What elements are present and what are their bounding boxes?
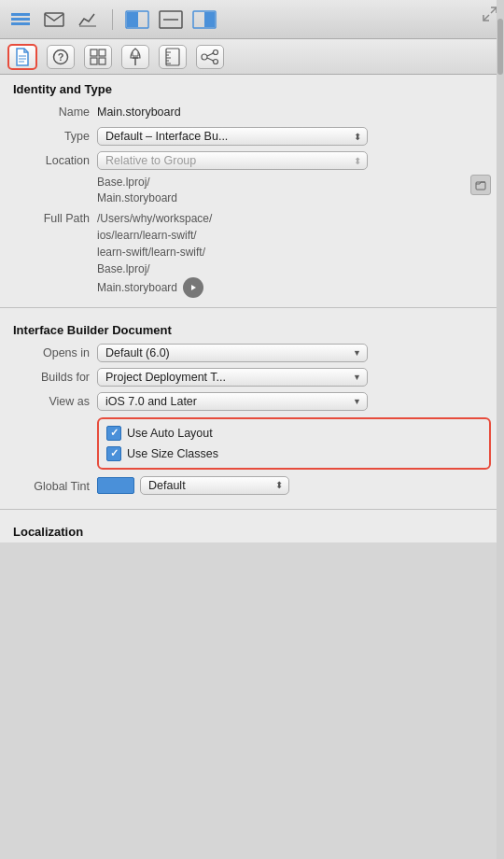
location-dropdown-value: Relative to Group bbox=[105, 154, 196, 167]
section-divider-2 bbox=[0, 509, 504, 510]
ibd-section-header: Interface Builder Document bbox=[0, 316, 504, 341]
view-as-dropdown[interactable]: iOS 7.0 and Later bbox=[97, 392, 368, 411]
ibd-section: Interface Builder Document Opens in Defa… bbox=[0, 316, 504, 501]
navigate-button[interactable] bbox=[183, 277, 203, 298]
svg-rect-21 bbox=[99, 58, 105, 64]
builds-for-label: Builds for bbox=[13, 368, 97, 384]
connections-inspector-tab[interactable] bbox=[196, 45, 224, 69]
inspector-content: Identity and Type Name Main.storyboard T… bbox=[0, 75, 504, 542]
builds-for-row: Builds for Project Deployment T... bbox=[0, 365, 504, 389]
minus-square-icon[interactable] bbox=[158, 9, 184, 30]
square-left-icon[interactable] bbox=[124, 9, 150, 30]
name-row: Name Main.storyboard bbox=[0, 100, 504, 124]
list-view-icon[interactable] bbox=[7, 9, 34, 30]
full-path-line5: Main.storyboard bbox=[97, 279, 177, 296]
tint-color-swatch[interactable] bbox=[97, 477, 134, 494]
graph-icon[interactable] bbox=[75, 9, 101, 30]
global-tint-label: Global Tint bbox=[13, 477, 97, 493]
svg-text:?: ? bbox=[58, 51, 64, 63]
view-as-label: View as bbox=[13, 392, 97, 408]
svg-rect-6 bbox=[127, 12, 138, 27]
location-row: Location Relative to Group bbox=[0, 148, 504, 173]
type-label: Type bbox=[13, 127, 97, 143]
global-tint-value: Default bbox=[148, 479, 186, 492]
size-classes-row: Use Size Classes bbox=[106, 444, 482, 464]
identity-inspector-tab[interactable] bbox=[121, 45, 149, 69]
svg-line-12 bbox=[483, 15, 489, 21]
attributes-inspector-tab[interactable] bbox=[159, 45, 187, 69]
type-row: Type Default – Interface Bu... bbox=[0, 124, 504, 148]
relative-path-text: Base.lproj/ Main.storyboard bbox=[97, 175, 491, 206]
svg-rect-0 bbox=[11, 13, 30, 16]
global-tint-dropdown[interactable]: Default bbox=[140, 476, 289, 495]
help-inspector-tab[interactable]: ? bbox=[47, 45, 75, 69]
builds-for-dropdown[interactable]: Project Deployment T... bbox=[97, 368, 368, 387]
type-dropdown-value: Default – Interface Bu... bbox=[105, 130, 228, 143]
use-size-classes-checkbox[interactable] bbox=[106, 446, 121, 461]
name-label: Name bbox=[13, 103, 97, 119]
toolbar-separator bbox=[112, 9, 113, 30]
relative-path-label bbox=[13, 175, 97, 176]
name-value: Main.storyboard bbox=[97, 103, 491, 119]
browse-button[interactable] bbox=[470, 175, 491, 195]
svg-point-32 bbox=[214, 59, 218, 63]
builds-for-value: Project Deployment T... bbox=[105, 371, 226, 384]
envelope-icon[interactable] bbox=[41, 9, 67, 30]
svg-rect-19 bbox=[99, 49, 105, 56]
identity-section-header: Identity and Type bbox=[0, 75, 504, 100]
full-path-value-area: /Users/why/workspace/ ios/learn/learn-sw… bbox=[97, 210, 491, 298]
scrollbar-thumb[interactable] bbox=[497, 19, 503, 75]
global-tint-row: Global Tint Default bbox=[0, 473, 504, 498]
svg-point-31 bbox=[214, 49, 218, 54]
svg-rect-20 bbox=[91, 58, 97, 64]
quick-help-inspector-tab[interactable] bbox=[84, 45, 112, 69]
svg-rect-37 bbox=[476, 182, 485, 190]
location-dropdown[interactable]: Relative to Group bbox=[97, 151, 368, 170]
svg-rect-1 bbox=[11, 18, 30, 21]
opens-in-dropdown[interactable]: Default (6.0) bbox=[97, 344, 368, 362]
view-as-row: View as iOS 7.0 and Later bbox=[0, 389, 504, 414]
toolbar-left bbox=[7, 9, 217, 30]
svg-rect-24 bbox=[166, 49, 179, 65]
square-right-icon[interactable] bbox=[191, 9, 217, 30]
use-auto-layout-checkbox[interactable] bbox=[106, 426, 121, 441]
svg-line-34 bbox=[207, 58, 214, 61]
svg-rect-2 bbox=[11, 22, 30, 25]
global-tint-control: Default bbox=[97, 476, 491, 495]
view-as-value: iOS 7.0 and Later bbox=[105, 395, 197, 408]
location-label: Location bbox=[13, 151, 97, 167]
auto-layout-row: Use Auto Layout bbox=[106, 423, 482, 444]
opens-in-label: Opens in bbox=[13, 344, 97, 359]
svg-rect-3 bbox=[45, 13, 63, 26]
relative-path-row: Base.lproj/ Main.storyboard bbox=[0, 173, 504, 208]
full-path-label: Full Path bbox=[13, 210, 97, 225]
opens-in-value: Default (6.0) bbox=[105, 346, 170, 359]
checkbox-group: Use Auto Layout Use Size Classes bbox=[97, 417, 491, 470]
relative-path-value-area: Base.lproj/ Main.storyboard bbox=[97, 175, 491, 206]
scrollbar-track[interactable] bbox=[497, 0, 504, 859]
use-auto-layout-label: Use Auto Layout bbox=[127, 427, 213, 440]
full-path-text: /Users/why/workspace/ ios/learn/learn-sw… bbox=[97, 210, 491, 298]
opens-in-row: Opens in Default (6.0) bbox=[0, 341, 504, 365]
full-path-row: Full Path /Users/why/workspace/ ios/lear… bbox=[0, 208, 504, 300]
section-divider-1 bbox=[0, 307, 504, 308]
top-toolbar bbox=[0, 0, 504, 39]
localization-section-header: Localization bbox=[0, 517, 504, 542]
inspector-toolbar: ? bbox=[0, 39, 504, 75]
svg-rect-10 bbox=[204, 12, 215, 27]
file-inspector-tab[interactable] bbox=[7, 44, 37, 70]
svg-line-33 bbox=[207, 53, 214, 56]
type-dropdown[interactable]: Default – Interface Bu... bbox=[97, 127, 368, 146]
svg-point-30 bbox=[202, 54, 207, 60]
use-size-classes-label: Use Size Classes bbox=[127, 447, 218, 460]
svg-rect-18 bbox=[91, 49, 97, 56]
